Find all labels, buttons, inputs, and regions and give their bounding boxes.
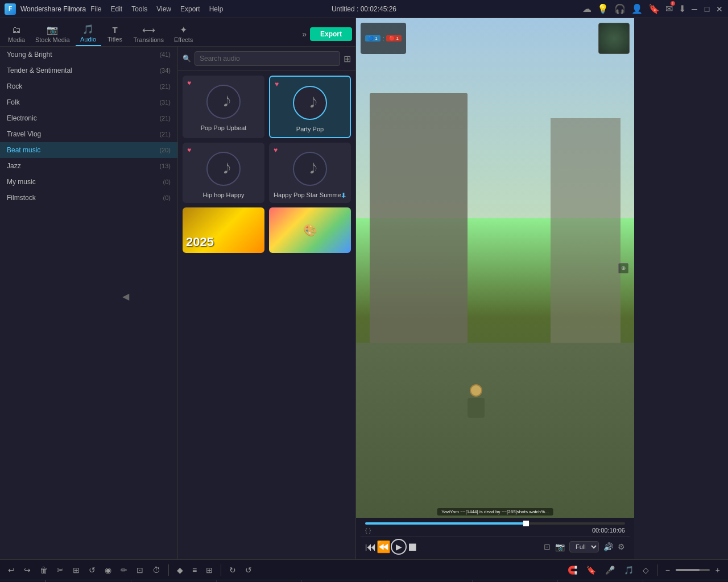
- music-button[interactable]: 🎵: [621, 563, 637, 577]
- category-tender-name: Tender & Sentimental: [7, 66, 72, 74]
- menu-file[interactable]: File: [90, 5, 101, 13]
- lightbulb-icon[interactable]: 💡: [597, 3, 609, 14]
- export-header-button[interactable]: Export: [310, 27, 352, 41]
- maximize-button[interactable]: □: [703, 5, 711, 13]
- undo2-button[interactable]: ↺: [85, 563, 99, 577]
- ai-tools-button[interactable]: ↻: [226, 563, 239, 577]
- color-button[interactable]: ◆: [173, 563, 187, 577]
- heart-icon-pop-pop[interactable]: ♥: [187, 79, 191, 87]
- media-tabs: 🗂 Media 📷 Stock Media 🎵 Audio T Titles ⟷…: [0, 18, 355, 47]
- grid-view-icon[interactable]: ⊞: [344, 53, 351, 64]
- close-button[interactable]: ✕: [715, 5, 723, 13]
- crop-button[interactable]: ⊡: [133, 563, 147, 577]
- redo-button[interactable]: ↪: [20, 563, 34, 577]
- skip-back-button[interactable]: ⏮: [365, 541, 377, 554]
- category-rock-name: Rock: [7, 82, 22, 90]
- snapshot-icon[interactable]: 📷: [555, 542, 565, 551]
- heart-icon-happy-pop[interactable]: ♥: [274, 146, 278, 154]
- category-beat-music-name: Beat music: [7, 146, 40, 154]
- cloud-icon[interactable]: ☁: [582, 3, 592, 14]
- tab-stock-label: Stock Media: [35, 36, 70, 43]
- menu-edit[interactable]: Edit: [111, 5, 123, 13]
- heart-icon-party-pop[interactable]: ♥: [275, 80, 279, 88]
- menu-tools[interactable]: Tools: [131, 5, 147, 13]
- mic-button[interactable]: 🎤: [602, 563, 618, 577]
- window-controls: ─ □ ✕: [690, 5, 723, 13]
- edit-button[interactable]: ✏: [117, 563, 131, 577]
- tab-media[interactable]: 🗂 Media: [3, 23, 30, 45]
- tab-titles[interactable]: T Titles: [102, 23, 128, 45]
- score-separator: :: [383, 36, 384, 41]
- audio-card-pop-pop[interactable]: ♥ 𝅘𝅥𝅮 Pop Pop Upbeat: [183, 76, 264, 138]
- menu-help[interactable]: Help: [209, 5, 224, 13]
- delete-button[interactable]: 🗑: [36, 563, 51, 577]
- effects2-button[interactable]: ↺: [242, 563, 255, 577]
- settings-icon[interactable]: ⚙: [618, 542, 625, 551]
- download-icon-happy-pop[interactable]: ⬇: [341, 192, 346, 199]
- category-rock[interactable]: Rock (21): [0, 78, 177, 94]
- minimize-button[interactable]: ─: [690, 5, 698, 13]
- category-electronic-count: (21): [159, 115, 171, 122]
- tab-effects-label: Effects: [174, 36, 193, 43]
- search-input[interactable]: [195, 51, 340, 66]
- bookmark-icon[interactable]: 🔖: [648, 3, 660, 14]
- tab-stock-media[interactable]: 📷 Stock Media: [31, 22, 75, 45]
- category-folk[interactable]: Folk (31): [0, 94, 177, 110]
- tab-transitions[interactable]: ⟷ Transitions: [129, 22, 168, 45]
- category-travel-vlog-count: (21): [159, 131, 171, 138]
- category-beat-music[interactable]: Beat music (20): [0, 142, 177, 158]
- category-my-music[interactable]: My music (0): [0, 174, 177, 190]
- preview-panel: 🔵 1 : 🔴 1 YaviYam ~~[1444] is dead by ~~…: [355, 18, 634, 559]
- category-travel-vlog[interactable]: Travel Vlog (21): [0, 126, 177, 142]
- category-tender[interactable]: Tender & Sentimental (34): [0, 63, 177, 78]
- notification-icon[interactable]: ✉!: [665, 3, 673, 14]
- timeline-right-tools: 🧲 🔖 🎤 🎵 ◇ − +: [564, 563, 723, 577]
- timer-button[interactable]: ⏱: [149, 563, 164, 577]
- stabilize-button[interactable]: ◉: [101, 563, 115, 577]
- zoom-in-button[interactable]: +: [712, 563, 723, 577]
- screen-size-icon[interactable]: ⊡: [544, 542, 551, 551]
- play-button[interactable]: ▶: [391, 539, 407, 555]
- category-jazz[interactable]: Jazz (13): [0, 158, 177, 174]
- heart-icon-hip-hop[interactable]: ♥: [187, 146, 191, 154]
- audio-card-thumb-2[interactable]: 🎨: [269, 207, 351, 253]
- headphone-icon[interactable]: 🎧: [614, 3, 626, 14]
- audio-card-party-pop[interactable]: ♥ 𝅘𝅥𝅮 Party Pop: [269, 76, 351, 138]
- audio-eq-button[interactable]: ≡: [189, 563, 200, 577]
- timeline-area: ↩ ↪ 🗑 ✂ ⊞ ↺ ◉ ✏ ⊡ ⏱ ◆ ≡ ⊞ ↻ ↺ 🧲 🔖 🎤 🎵 ◇ …: [0, 559, 728, 582]
- category-filmstock[interactable]: Filmstock (0): [0, 190, 177, 206]
- copy-button[interactable]: ⊞: [69, 563, 83, 577]
- titlebar-left: F Wondershare Filmora File Edit Tools Vi…: [5, 3, 223, 15]
- volume-icon[interactable]: 🔊: [603, 542, 613, 551]
- undo-button[interactable]: ↩: [5, 563, 18, 577]
- motion-button[interactable]: ⊞: [202, 563, 216, 577]
- audio-card-hip-hop[interactable]: ♥ 𝅘𝅥𝅮 Hip hop Happy: [183, 143, 264, 203]
- tab-effects[interactable]: ✦ Effects: [169, 22, 197, 45]
- audio-card-thumb-1[interactable]: 2025: [183, 207, 264, 253]
- menu-export[interactable]: Export: [180, 5, 200, 13]
- download-icon[interactable]: ⬇: [679, 3, 686, 14]
- progress-bar[interactable]: [365, 522, 625, 525]
- quality-select[interactable]: Full 1/2 1/4: [569, 541, 599, 552]
- account-icon[interactable]: 👤: [631, 3, 643, 14]
- audio-card-happy-pop[interactable]: ♥ 𝅘𝅥𝅮 Happy Pop Star Summe... ⬇: [269, 143, 351, 203]
- weapon-hud: ⊕: [618, 263, 628, 273]
- category-young-bright[interactable]: Young & Bright (41): [0, 47, 177, 63]
- main-area: 🗂 Media 📷 Stock Media 🎵 Audio T Titles ⟷…: [0, 18, 728, 559]
- top-right-icons: ☁ 💡 🎧 👤 🔖 ✉! ⬇: [582, 3, 686, 14]
- zoom-slider[interactable]: [676, 569, 710, 571]
- menu-view[interactable]: View: [156, 5, 171, 13]
- category-electronic[interactable]: Electronic (21): [0, 110, 177, 126]
- keyframe-button[interactable]: ◇: [639, 563, 652, 577]
- music-icon-pop-pop: 𝅘𝅥𝅮: [206, 85, 241, 119]
- cut-button[interactable]: ✂: [53, 563, 67, 577]
- more-tabs-button[interactable]: »: [300, 27, 309, 41]
- zoom-out-button[interactable]: −: [662, 563, 673, 577]
- minimap: [598, 23, 630, 54]
- audio-card-party-pop-name: Party Pop: [275, 126, 345, 132]
- snap-button[interactable]: 🧲: [564, 563, 581, 577]
- marker-button[interactable]: 🔖: [583, 563, 599, 577]
- tab-audio[interactable]: 🎵 Audio: [76, 22, 101, 46]
- step-back-button[interactable]: ⏪: [377, 540, 391, 554]
- stop-button[interactable]: ⏹: [407, 541, 418, 554]
